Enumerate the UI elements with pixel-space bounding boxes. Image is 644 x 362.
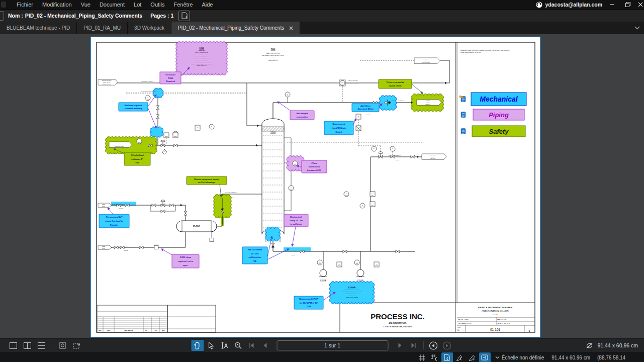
svg-text:LIU: LIU xyxy=(154,323,156,324)
menu-fen-tre[interactable]: Fenêtre xyxy=(169,0,197,9)
svg-text:indicates 9": indicates 9" xyxy=(131,158,143,160)
select-tool-button[interactable] xyxy=(205,340,217,351)
last-page-button[interactable] xyxy=(407,340,419,351)
markup-callout[interactable]: Reducer requiredto match existing xyxy=(119,95,156,128)
tab-overflow-chevron[interactable] xyxy=(634,22,644,34)
grid-icon[interactable] xyxy=(416,352,428,362)
svg-text:UNIT/AREA: 100/100: UNIT/AREA: 100/100 xyxy=(458,323,472,325)
svg-text:HC-1.5": HC-1.5" xyxy=(119,208,123,209)
svg-text:100A: 100A xyxy=(371,205,374,206)
zoom-tool-button[interactable] xyxy=(232,340,244,351)
svg-text:SIZE: 6'-0" ID x 40'-0" T/T: SIZE: 6'-0" ID x 40'-0" T/T xyxy=(266,53,280,54)
panel-handle-icon[interactable] xyxy=(0,11,4,21)
markup-callout[interactable]: Add sampleconnection xyxy=(278,102,314,120)
svg-text:TRIM (SHELL/TUBES): CS/ACCESS: TRIM (SHELL/TUBES): CS/ACCESS xyxy=(191,63,212,65)
markup-callout[interactable]: Revise equipment layouton Civil drawings xyxy=(187,176,227,197)
pan-tool-button[interactable] xyxy=(191,340,204,351)
previous-view-button[interactable] xyxy=(427,340,439,351)
svg-text:101 INDUSTRY DR.: 101 INDUSTRY DR. xyxy=(389,322,407,324)
markup-callout[interactable]: Add OpenSpectacle Blind xyxy=(352,103,382,112)
tab-3d-workpack[interactable]: 3D Workpack xyxy=(128,22,171,34)
first-page-button[interactable] xyxy=(245,340,258,351)
svg-text:HC-1": HC-1" xyxy=(231,197,234,199)
markup-callout[interactable]: Mechanical:verify 10" VBis sufficient xyxy=(284,214,308,246)
legend-safety[interactable]: Safety xyxy=(461,126,525,137)
svg-text:Hand/Off/Auto: Hand/Off/Auto xyxy=(332,127,346,129)
markup-callout[interactable]: RecommendHand/Off/AutoSwitch xyxy=(324,119,356,135)
svg-text:TO PV-100A&B: TO PV-100A&B xyxy=(422,62,430,63)
page-thumbnail-button[interactable] xyxy=(178,11,190,21)
scale-selector[interactable]: Échelle non définie xyxy=(495,355,544,360)
close-button[interactable] xyxy=(638,1,643,9)
svg-text:squad check: squad check xyxy=(389,84,402,87)
account-widget[interactable]: ydacosta@allplan.com xyxy=(536,2,602,8)
next-page-button[interactable] xyxy=(393,340,406,351)
svg-text:100B: 100B xyxy=(345,195,348,196)
svg-text:TDH: TDH xyxy=(307,305,312,308)
menu-aide[interactable]: Aide xyxy=(197,0,217,9)
markup-callout[interactable]: HW to confirm10" linesufficient forVB xyxy=(242,236,289,264)
svg-text:FEED: FEED xyxy=(118,142,121,143)
tab-bluebeam-technique-pid[interactable]: BLUEBEAM technique - PID xyxy=(0,22,77,34)
svg-text:DISTLT: DISTLT xyxy=(424,58,428,59)
menu-vue[interactable]: Vue xyxy=(76,0,95,9)
markup-edit-icon[interactable] xyxy=(467,352,478,362)
svg-text:JFK: JFK xyxy=(162,321,164,322)
svg-text:line: line xyxy=(135,161,139,164)
legend-mechanical[interactable]: Mechanical xyxy=(459,93,527,106)
svg-text:T-100: T-100 xyxy=(493,313,498,316)
markup-callout[interactable]: Recommend 50 HPfor 800 GPM @ 70'TDH xyxy=(294,292,335,309)
svg-text:LIU: LIU xyxy=(154,321,156,322)
svg-text:ISSUED FOR DESIGN: ISSUED FOR DESIGN xyxy=(115,317,126,318)
svg-text:E-100: E-100 xyxy=(200,47,204,49)
svg-text:100C: 100C xyxy=(338,265,341,266)
markup-callout[interactable]: 1/100 sloperequired, not inspec. xyxy=(161,249,199,268)
document-page[interactable]: PT100APIC100API100JFI1001FY1000FI1000FT2… xyxy=(90,37,540,337)
menu-document[interactable]: Document xyxy=(95,0,129,9)
select-text-icon[interactable] xyxy=(218,340,231,351)
svg-text:CAPACITY: 800 GPM @ 70 FT TDH: CAPACITY: 800 GPM @ 70 FT TDH xyxy=(342,291,362,293)
menu-lot[interactable]: Lot xyxy=(129,0,146,9)
svg-text:100D: 100D xyxy=(375,265,378,266)
next-view-button[interactable] xyxy=(440,340,453,351)
tab-close-icon[interactable] xyxy=(289,26,293,30)
markup-legend[interactable]: MechanicalPipingSafety xyxy=(459,93,527,137)
single-pane-icon[interactable] xyxy=(7,340,20,351)
sync-views-icon[interactable] xyxy=(56,340,69,351)
svg-text:1/100 slope: 1/100 slope xyxy=(180,256,192,258)
svg-text:for 800 GPM @ 70': for 800 GPM @ 70' xyxy=(300,302,319,304)
svg-text:HC-1.5": HC-1.5" xyxy=(291,254,296,256)
svg-text:Switch: Switch xyxy=(335,131,342,133)
menu-modification[interactable]: Modification xyxy=(38,0,76,9)
split-vertical-icon[interactable] xyxy=(21,340,34,351)
split-horizontal-icon[interactable] xyxy=(35,340,48,351)
app-icon[interactable] xyxy=(1,2,6,8)
svg-text:TRIM: 304SS: TRIM: 304SS xyxy=(269,58,277,59)
svg-text:100A: 100A xyxy=(290,189,293,190)
restore-button[interactable] xyxy=(622,1,633,9)
svg-text:100A: 100A xyxy=(371,195,374,196)
svg-text:LIU: LIU xyxy=(154,325,156,326)
minimize-button[interactable] xyxy=(607,1,618,9)
svg-text:TO V-100: TO V-100 xyxy=(430,158,435,159)
markup-callout[interactable]: Recommend 12"steam line feed toReboiler xyxy=(99,208,129,228)
tab-pid-01-ra-mu[interactable]: PID_01_RA_MU xyxy=(77,22,128,34)
snap-to-content-icon[interactable] xyxy=(441,352,453,362)
page-indicator[interactable]: 1 sur 1 xyxy=(277,340,388,350)
menu-fichier[interactable]: Fichier xyxy=(12,0,38,9)
markup-callouts[interactable]: IncreasedPSIGRequiredReducer requiredto … xyxy=(99,67,423,309)
svg-text:100D: 100D xyxy=(318,263,321,264)
revision-table: REVDATEDESCRIPTIONBYCKDAPD501-JUN-13ISSU… xyxy=(97,305,216,332)
svg-text:CITY OF INDUSTRY, ZR 43210: CITY OF INDUSTRY, ZR 43210 xyxy=(384,325,412,328)
detach-page-icon[interactable] xyxy=(70,340,83,351)
previous-page-button[interactable] xyxy=(259,340,271,351)
svg-text:Mechanical: Mechanical xyxy=(480,95,518,103)
tab-pid-02-mechanical-piping-safety-comments[interactable]: PID_02 - Mechanical_Piping_Safety Commen… xyxy=(171,22,300,34)
snap-to-markup-icon[interactable] xyxy=(454,352,466,362)
menu-outils[interactable]: Outils xyxy=(146,0,169,9)
svg-text:OVERHD: OVERHD xyxy=(425,100,430,101)
reuse-markup-icon[interactable] xyxy=(479,352,491,362)
snap-to-grid-icon[interactable] xyxy=(429,352,440,362)
legend-piping[interactable]: Piping xyxy=(461,109,524,120)
markup-callout[interactable]: To be reviewed atsquad check xyxy=(379,79,423,94)
